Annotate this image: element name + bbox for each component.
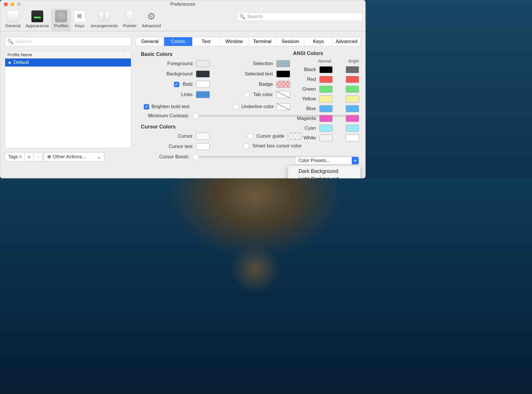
toolbar-advanced[interactable]: ⚙ Advanced bbox=[139, 9, 164, 31]
gear-icon: ✻ bbox=[47, 154, 51, 160]
remove-profile-button[interactable]: － bbox=[34, 152, 42, 161]
main-toolbar: General Appearance Profiles ⌘ Keys Arran… bbox=[0, 8, 365, 31]
window-controls bbox=[4, 2, 21, 6]
ansi-green-normal[interactable] bbox=[319, 86, 333, 93]
ansi-cyan-normal[interactable] bbox=[319, 125, 333, 132]
toolbar-pointer[interactable]: Pointer bbox=[121, 9, 139, 31]
selection-color-well[interactable] bbox=[276, 60, 290, 67]
add-profile-button[interactable]: ＋ bbox=[25, 152, 34, 161]
tab-text[interactable]: Text bbox=[192, 37, 220, 46]
chevron-down-icon bbox=[352, 157, 359, 164]
other-actions-dropdown[interactable]: ✻ Other Actions... ⌄ bbox=[44, 152, 104, 161]
profile-subtabs: General Colors Text Window Terminal Sess… bbox=[136, 37, 361, 46]
profiles-icon bbox=[55, 10, 67, 22]
tab-color-checkbox[interactable] bbox=[244, 92, 250, 97]
toolbar-appearance[interactable]: Appearance bbox=[23, 9, 51, 31]
smart-box-checkbox[interactable] bbox=[244, 143, 249, 149]
ansi-blue-bright[interactable] bbox=[346, 105, 359, 112]
cursor-color-well[interactable] bbox=[196, 133, 210, 140]
gear-icon: ⚙ bbox=[145, 10, 157, 22]
titlebar: Preferences bbox=[0, 0, 365, 8]
tab-session[interactable]: Session bbox=[276, 37, 304, 46]
bold-color-well[interactable] bbox=[196, 81, 210, 88]
toolbar-general[interactable]: General bbox=[3, 9, 23, 31]
ansi-label: White bbox=[293, 135, 316, 141]
chevron-down-icon: ⌄ bbox=[97, 154, 101, 160]
general-icon bbox=[7, 10, 19, 22]
tags-button[interactable]: Tags > bbox=[5, 152, 25, 161]
tab-terminal[interactable]: Terminal bbox=[248, 37, 277, 46]
ansi-label: Yellow bbox=[293, 96, 316, 102]
chevron-down-icon[interactable]: ▾ bbox=[30, 40, 32, 44]
cursor-guide-checkbox[interactable] bbox=[248, 134, 253, 139]
keys-icon: ⌘ bbox=[73, 10, 86, 22]
close-icon[interactable] bbox=[4, 2, 8, 6]
ansi-yellow-bright[interactable] bbox=[346, 95, 359, 102]
ansi-colors-section: ANSI Colors Normal Bright Black Red Gree… bbox=[293, 50, 359, 141]
profile-table: Profile Name Default bbox=[5, 51, 131, 148]
profile-search-input[interactable]: 🔍 Search ▾ bbox=[5, 37, 131, 46]
tab-window[interactable]: Window bbox=[220, 37, 248, 46]
search-icon: 🔍 bbox=[239, 14, 245, 20]
color-presets-dropdown[interactable]: Color Presets... bbox=[295, 157, 359, 165]
profile-table-header[interactable]: Profile Name bbox=[5, 51, 131, 58]
arrangements-icon bbox=[98, 10, 110, 22]
underline-color-well[interactable] bbox=[276, 103, 290, 110]
window-title: Preferences bbox=[170, 2, 195, 7]
appearance-icon bbox=[31, 10, 43, 22]
background-color-well[interactable] bbox=[196, 71, 210, 77]
badge-color-well[interactable] bbox=[276, 81, 290, 88]
search-icon: 🔍 bbox=[7, 39, 13, 45]
preferences-window: Preferences General Appearance Profiles … bbox=[0, 0, 366, 178]
toolbar-search-input[interactable]: 🔍 Search bbox=[237, 12, 363, 21]
tab-keys[interactable]: Keys bbox=[304, 37, 333, 46]
ansi-label: Cyan bbox=[293, 125, 316, 131]
profile-sidebar: 🔍 Search ▾ Profile Name Default Tags > ＋… bbox=[5, 37, 131, 175]
ansi-black-normal[interactable] bbox=[319, 66, 333, 73]
ansi-green-bright[interactable] bbox=[346, 86, 359, 93]
ansi-yellow-normal[interactable] bbox=[319, 95, 333, 102]
toolbar-arrangements[interactable]: Arrangements bbox=[88, 9, 120, 31]
underline-color-checkbox[interactable] bbox=[234, 104, 239, 110]
ansi-label: Red bbox=[293, 77, 316, 82]
brighten-bold-checkbox[interactable] bbox=[144, 104, 149, 110]
links-color-well[interactable] bbox=[196, 91, 210, 98]
foreground-color-well[interactable] bbox=[196, 60, 210, 67]
desktop-wallpaper bbox=[0, 178, 532, 394]
ansi-white-normal[interactable] bbox=[319, 134, 333, 141]
ansi-cyan-bright[interactable] bbox=[346, 125, 359, 132]
toolbar-keys[interactable]: ⌘ Keys bbox=[71, 9, 88, 31]
cursor-text-color-well[interactable] bbox=[196, 143, 210, 150]
profile-row-default[interactable]: Default bbox=[5, 58, 131, 67]
ansi-black-bright[interactable] bbox=[346, 66, 359, 73]
tab-advanced[interactable]: Advanced bbox=[333, 37, 360, 46]
zoom-icon[interactable] bbox=[17, 2, 21, 6]
minimize-icon[interactable] bbox=[10, 2, 14, 6]
preset-item[interactable]: Dark Background bbox=[288, 167, 360, 175]
ansi-white-bright[interactable] bbox=[346, 134, 359, 141]
tab-general[interactable]: General bbox=[136, 37, 164, 46]
ansi-label: Black bbox=[293, 67, 316, 73]
ansi-red-bright[interactable] bbox=[346, 76, 359, 83]
ansi-label: Blue bbox=[293, 106, 316, 112]
ansi-label: Green bbox=[293, 86, 316, 92]
tab-colors[interactable]: Colors bbox=[164, 37, 192, 46]
selected-text-color-well[interactable] bbox=[276, 71, 290, 77]
ansi-blue-normal[interactable] bbox=[319, 105, 333, 112]
pointer-icon bbox=[124, 10, 136, 22]
tab-color-well[interactable] bbox=[276, 91, 290, 98]
ansi-magenta-bright[interactable] bbox=[346, 115, 359, 122]
toolbar-profiles[interactable]: Profiles bbox=[51, 9, 71, 31]
ansi-red-normal[interactable] bbox=[319, 76, 333, 83]
bold-checkbox[interactable] bbox=[174, 82, 179, 87]
ansi-label: Magenta bbox=[293, 116, 316, 121]
star-icon bbox=[7, 61, 12, 65]
ansi-magenta-normal[interactable] bbox=[319, 115, 333, 122]
